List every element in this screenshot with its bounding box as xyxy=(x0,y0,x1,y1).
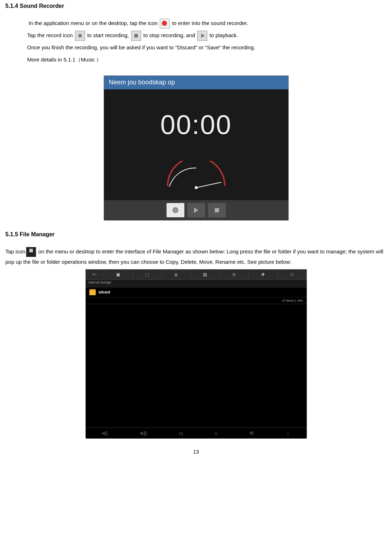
stop-square-icon xyxy=(215,208,219,212)
folder-name: sdcard xyxy=(99,290,303,294)
section-heading-sound-recorder: 5.1.4 Sound Recorder xyxy=(5,3,387,9)
play-triangle-icon xyxy=(194,207,198,213)
nav-back-icon[interactable]: ◁ xyxy=(179,430,183,436)
text: on the menu or desktop to enter the inte… xyxy=(5,248,383,265)
stop-icon xyxy=(131,31,141,41)
folder-row[interactable]: sdcard xyxy=(86,288,307,297)
recorder-timer: 00:00 xyxy=(104,89,288,140)
text: to start recording, xyxy=(87,32,130,38)
folder-meta-row: 13 items | -drw xyxy=(86,297,307,304)
svg-point-1 xyxy=(195,186,198,189)
play-button[interactable] xyxy=(187,203,205,217)
fm-empty-area xyxy=(86,304,307,427)
record-icon xyxy=(75,31,85,41)
back-button[interactable]: ← xyxy=(86,269,104,280)
toolbar-icon[interactable]: ✚ xyxy=(249,269,278,280)
text: In the application menu or on the deskto… xyxy=(29,20,159,26)
toolbar-icon[interactable]: ⊙ xyxy=(220,269,249,280)
volume-down-icon[interactable]: ⊲) xyxy=(101,430,108,436)
paragraph-controls: Tap the record icon to start recording, … xyxy=(27,30,387,41)
paragraph-discard-save: Once you finish the recording, you will … xyxy=(27,43,387,53)
toolbar-icon[interactable]: ψ xyxy=(162,269,191,280)
recorder-title-bar: Neem jou boodskap op xyxy=(104,76,288,89)
nav-menu-icon[interactable]: ⋮ xyxy=(286,430,291,436)
microphone-icon xyxy=(160,19,170,29)
play-icon xyxy=(197,31,207,41)
folder-icon xyxy=(89,289,96,295)
page-number: 13 xyxy=(5,449,387,455)
toolbar-icon[interactable]: ▧ xyxy=(191,269,220,280)
vu-meter-gauge xyxy=(160,161,232,189)
sound-recorder-screenshot: Neem jou boodskap op 00:00 xyxy=(104,75,289,221)
android-nav-bar: ⊲) ⊲)) ◁ ⌂ ⟲ ⋮ xyxy=(86,427,307,439)
paragraph-intro: In the application menu or on the deskto… xyxy=(29,18,387,29)
recorder-control-bar xyxy=(104,200,288,220)
volume-up-icon[interactable]: ⊲)) xyxy=(139,430,147,436)
fm-toolbar: ← ▣ ⬚ ψ ▧ ⊙ ✚ □ xyxy=(86,269,307,280)
folder-meta: 13 items | -drw xyxy=(282,299,303,302)
text: to playback. xyxy=(209,32,238,38)
toolbar-icon[interactable]: ▣ xyxy=(104,269,133,280)
text: to stop recording, and xyxy=(143,32,197,38)
record-button[interactable] xyxy=(167,203,184,217)
text: Tap the record icon xyxy=(27,32,74,38)
toolbar-icon[interactable]: □ xyxy=(278,269,307,280)
nav-home-icon[interactable]: ⌂ xyxy=(214,430,217,436)
svg-line-0 xyxy=(196,182,221,188)
recorder-body: 00:00 xyxy=(104,89,288,200)
paragraph-more-details: More details in 5.1.1（Music ） xyxy=(27,55,387,65)
paragraph-file-manager: Tap icon on the menu or desktop to enter… xyxy=(5,247,387,267)
file-manager-icon xyxy=(26,247,36,257)
toolbar-icon[interactable]: ⬚ xyxy=(133,269,162,280)
stop-button[interactable] xyxy=(208,203,226,217)
text: to enter into the sound recorder. xyxy=(172,20,248,26)
record-dot-icon xyxy=(173,207,178,213)
file-manager-screenshot: ← ▣ ⬚ ψ ▧ ⊙ ✚ □ Internal Storage sdcard … xyxy=(85,269,307,438)
text: Tap icon xyxy=(5,248,25,254)
nav-recent-icon[interactable]: ⟲ xyxy=(249,430,254,436)
section-heading-file-manager: 5.1.5 File Manager xyxy=(5,231,387,238)
fm-path-bar: Internal Storage xyxy=(86,280,307,288)
